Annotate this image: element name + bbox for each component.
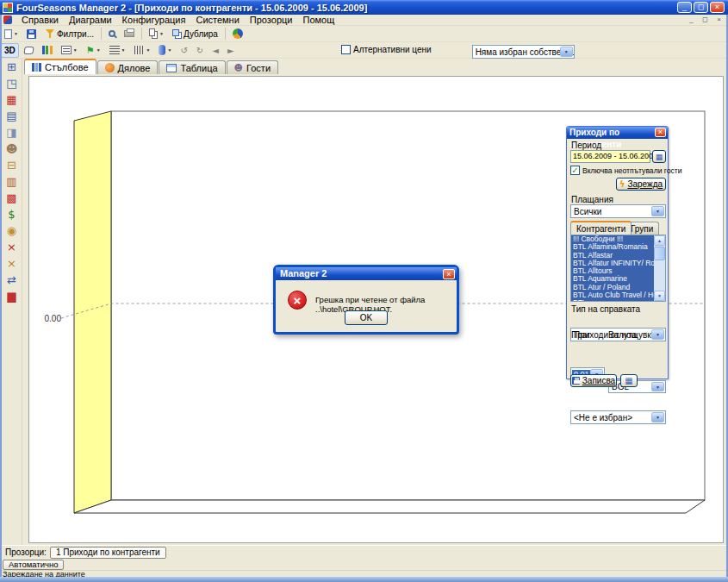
chevron-down-icon[interactable]: ▼ xyxy=(651,206,664,216)
tab-contragents[interactable]: Контрагенти xyxy=(570,221,632,235)
load-button[interactable]: ϟ Зарежда xyxy=(616,178,666,191)
table-view-button[interactable]: ▦ xyxy=(620,374,638,387)
chevron-down-icon[interactable]: ▼ xyxy=(121,47,126,53)
chevron-down-icon[interactable]: ▼ xyxy=(146,47,151,53)
automatic-button[interactable]: Автоматично xyxy=(3,560,64,570)
list-scrollbar[interactable]: ▲ ▼ xyxy=(654,235,665,301)
menu-item[interactable]: Прозорци xyxy=(245,15,298,26)
list-item[interactable]: BTL Alfatur INFINITY/ Romani xyxy=(571,260,655,267)
left-toolbar-button[interactable]: × xyxy=(3,255,21,272)
left-toolbar-button[interactable]: ▤ xyxy=(3,108,21,124)
chevron-down-icon[interactable]: ▼ xyxy=(73,47,78,53)
print-button[interactable] xyxy=(121,27,138,41)
payments-combobox[interactable]: Всички ▼ xyxy=(570,204,666,218)
tab-pie-label: Дялове xyxy=(118,63,151,73)
left-toolbar-button[interactable]: ⇄ xyxy=(3,272,21,288)
list-item[interactable]: BTL Auto Club Travel / Hunga xyxy=(571,291,655,299)
copy-button[interactable]: ▼ xyxy=(146,27,167,41)
labels-button[interactable]: ⚑▼ xyxy=(83,43,104,58)
chevron-down-icon[interactable]: ▼ xyxy=(159,31,164,36)
chart-shape-button[interactable] xyxy=(21,43,37,58)
tab-table[interactable]: Таблица xyxy=(159,60,225,74)
tab-bars[interactable]: Стълбове xyxy=(24,59,96,74)
chevron-down-icon[interactable]: ▼ xyxy=(167,47,171,53)
list-item[interactable]: BTL Alfamina/Romania xyxy=(571,243,655,251)
include-guests-checkbox[interactable]: ✓ xyxy=(570,166,580,175)
legend-button[interactable]: ▼ xyxy=(58,43,81,58)
menu-item[interactable]: Системни xyxy=(190,15,244,26)
list-item[interactable]: BTL Atur / Poland xyxy=(571,284,655,291)
scroll-down-icon[interactable]: ▼ xyxy=(654,291,665,301)
save-report-button[interactable]: Записва xyxy=(570,374,617,387)
alt-prices-checkbox[interactable] xyxy=(341,45,351,54)
menu-item[interactable]: Диаграми xyxy=(64,15,117,26)
3d-toggle-button[interactable]: 3D xyxy=(1,43,19,58)
left-toolbar-button[interactable]: ⊟ xyxy=(3,157,21,173)
tab-guests[interactable]: ☻Гости xyxy=(227,60,278,74)
left-toolbar-button[interactable]: ◉ xyxy=(3,222,21,239)
bar-style-button[interactable]: ▼ xyxy=(155,43,175,58)
window-bottom-border xyxy=(0,577,728,582)
left-toolbar-button[interactable]: ▦ xyxy=(3,91,21,108)
scroll-up-icon[interactable]: ▲ xyxy=(654,235,665,246)
filters-button[interactable]: Филтри... xyxy=(41,27,97,41)
list-item[interactable]: BTL Aquamarine xyxy=(571,275,655,283)
dialog-close-button[interactable]: × xyxy=(443,269,455,279)
left-toolbar-button[interactable]: ☻ xyxy=(3,141,21,157)
mini-chart-button[interactable] xyxy=(39,43,56,58)
save-button[interactable] xyxy=(23,27,40,41)
horizontal-grid-button[interactable]: ▼ xyxy=(106,43,129,58)
chevron-down-icon[interactable]: ▼ xyxy=(651,412,664,422)
hotel-combobox[interactable]: <Не е избран> ▼ xyxy=(570,410,666,424)
minimize-button[interactable]: _ xyxy=(677,2,692,13)
menu-bar: СправкиДиаграмиКонфигурацияСистемниПрозо… xyxy=(0,15,728,26)
windows-bar: Прозорци: 1 Приходи по контрагенти xyxy=(0,545,728,559)
load-button-label: Зарежда xyxy=(627,179,663,189)
list-item[interactable]: BTL xyxy=(571,299,655,302)
print-preview-button[interactable] xyxy=(105,27,119,41)
left-toolbar-button[interactable]: × xyxy=(3,239,21,255)
chevron-down-icon[interactable]: ▼ xyxy=(651,329,664,340)
new-report-button[interactable]: ▼ xyxy=(1,27,22,41)
list-item[interactable]: BTL Alfastar xyxy=(571,252,655,260)
list-item[interactable]: BTL Alltours xyxy=(571,267,655,275)
menu-item[interactable]: Справки xyxy=(16,15,64,26)
chevron-down-icon[interactable]: ▼ xyxy=(651,382,664,391)
menu-item[interactable]: Конфигурация xyxy=(117,15,191,26)
calendar-button[interactable]: ▦ xyxy=(652,150,666,163)
left-toolbar-button[interactable]: ▥ xyxy=(3,173,21,190)
ok-button[interactable]: OK xyxy=(345,310,388,325)
period-input[interactable]: 15.06.2009 - 15.06.2009 xyxy=(570,150,650,163)
rotate-cw-button[interactable]: ↻ xyxy=(193,43,207,58)
chevron-down-icon[interactable]: ▼ xyxy=(560,47,573,57)
mdi-minimize-button[interactable]: _ xyxy=(686,15,697,25)
close-button[interactable]: × xyxy=(710,2,725,13)
left-toolbar-button[interactable]: ◳ xyxy=(3,75,21,91)
left-toolbar-button[interactable]: ▆ xyxy=(3,288,21,304)
list-item[interactable]: !!! Свободни !!! xyxy=(571,235,655,243)
chevron-down-icon[interactable]: ▼ xyxy=(96,47,101,53)
restore-button[interactable]: ◻ xyxy=(694,2,708,13)
vertical-grid-button[interactable]: ▼ xyxy=(131,43,154,58)
left-toolbar-button[interactable]: ▩ xyxy=(3,190,21,206)
left-toolbar-button[interactable]: ◨ xyxy=(3,124,21,141)
owner-combobox[interactable]: Няма избран собственици ▼ xyxy=(472,45,575,59)
left-toolbar-button[interactable]: ⊞ xyxy=(3,59,21,75)
chevron-down-icon[interactable]: ▼ xyxy=(14,31,18,36)
mdi-restore-button[interactable]: ◻ xyxy=(700,15,711,25)
panel-close-button[interactable]: × xyxy=(655,128,666,137)
speaker-left-icon[interactable]: ◄ xyxy=(208,43,222,58)
contragents-listbox[interactable]: !!! Свободни !!!BTL Alfamina/RomaniaBTL … xyxy=(570,235,666,302)
left-toolbar-button[interactable]: $ xyxy=(3,206,21,222)
include-guests-option: ✓ Включва неотпътували гости xyxy=(570,166,667,175)
calendar-list-icon: ▤ xyxy=(6,109,16,123)
tab-pie[interactable]: Дялове xyxy=(97,60,159,74)
speaker-right-icon[interactable]: ► xyxy=(224,43,238,58)
scrollbar-thumb[interactable] xyxy=(654,247,665,260)
chart-report-button[interactable] xyxy=(229,27,246,41)
mdi-close-button[interactable]: × xyxy=(713,15,725,25)
rotate-ccw-button[interactable]: ↺ xyxy=(177,43,190,58)
menu-item[interactable]: Помощ xyxy=(297,15,339,26)
duplicate-button[interactable]: Дублира xyxy=(169,27,221,41)
window-tab-button[interactable]: 1 Приходи по контрагенти xyxy=(50,547,166,559)
